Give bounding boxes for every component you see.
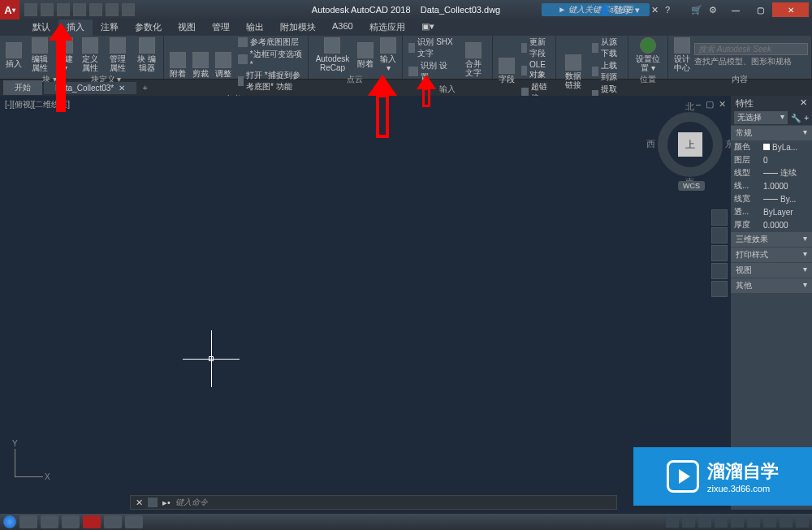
- viewcube[interactable]: 上 北 东 南 西: [658, 112, 723, 177]
- status-polar-icon[interactable]: [731, 516, 744, 528]
- field-button[interactable]: 字段: [496, 57, 517, 84]
- tab-annotate[interactable]: 注释: [93, 19, 127, 36]
- recognize-settings-button[interactable]: 识别 设置: [406, 60, 457, 83]
- seek-search[interactable]: [694, 43, 808, 55]
- tray-volume-icon[interactable]: [796, 516, 809, 528]
- drawing-viewport[interactable]: [-][俯视][二维线框] – ▢ ✕ 上 北 东 南 西 WCS Y X: [0, 96, 731, 510]
- tray-network-icon[interactable]: [780, 516, 793, 528]
- set-location-button[interactable]: 设置位置 ▾: [632, 37, 664, 73]
- file-tab-add[interactable]: +: [138, 83, 153, 93]
- snap-underlay-button[interactable]: 打开 *捕捉到参考底图* 功能: [235, 70, 304, 93]
- create-block-button[interactable]: 创建 ▾: [54, 37, 76, 73]
- prop-transparency[interactable]: 透...ByLayer: [731, 205, 812, 218]
- qat-new-icon[interactable]: [24, 3, 37, 16]
- prop-layer[interactable]: 图层0: [731, 153, 812, 166]
- pickadd-icon[interactable]: +: [804, 114, 809, 123]
- prop-thickness[interactable]: 厚度0.0000: [731, 218, 812, 231]
- cmd-customize-icon[interactable]: [148, 498, 158, 507]
- import-button[interactable]: 输入 ▾: [378, 37, 399, 73]
- ole-button[interactable]: OLE 对象: [519, 60, 552, 80]
- share-icon[interactable]: ⚙: [709, 5, 717, 15]
- qat-print-icon[interactable]: [89, 3, 102, 16]
- status-ortho-icon[interactable]: [715, 516, 728, 528]
- prop-ltscale[interactable]: 线...1.0000: [731, 179, 812, 192]
- vp-close-icon[interactable]: ✕: [719, 99, 726, 110]
- download-button[interactable]: 从源下载: [590, 37, 625, 59]
- update-field-button[interactable]: 更新字段: [519, 37, 552, 59]
- nav-pan-icon[interactable]: [711, 227, 728, 243]
- upload-button[interactable]: 上载到源: [590, 60, 625, 83]
- nav-zoom-icon[interactable]: [711, 245, 728, 261]
- qat-saveas-icon[interactable]: [73, 3, 86, 16]
- selection-dropdown[interactable]: 无选择▾: [734, 111, 788, 124]
- design-center-button[interactable]: 设计 中心: [672, 37, 693, 73]
- viewcube-north[interactable]: 北: [685, 101, 694, 113]
- tab-options-icon[interactable]: ▣▾: [413, 19, 443, 36]
- viewcube-face-top[interactable]: 上: [678, 132, 702, 157]
- define-attr-button[interactable]: 定义属性: [77, 37, 103, 73]
- tab-addins[interactable]: 附加模块: [272, 19, 324, 36]
- clip-button[interactable]: 剪裁: [190, 51, 211, 79]
- status-grid-icon[interactable]: [682, 516, 695, 528]
- taskbar-app1-icon[interactable]: [41, 515, 58, 528]
- adjust-button[interactable]: 调整: [213, 51, 234, 79]
- qat-save-icon[interactable]: [57, 3, 70, 16]
- qat-redo-icon[interactable]: [122, 3, 135, 16]
- prop-linetype[interactable]: 线型连续: [731, 166, 812, 179]
- login-button[interactable]: 👤 登录 ▾: [594, 4, 645, 16]
- vp-minimize-icon[interactable]: –: [696, 99, 701, 110]
- tab-default[interactable]: 默认: [24, 19, 58, 36]
- taskbar-autocad-icon[interactable]: [83, 515, 101, 528]
- close-button[interactable]: ✕: [772, 2, 809, 17]
- taskbar-wechat-icon[interactable]: [125, 515, 143, 528]
- tray-icon[interactable]: [763, 516, 776, 528]
- edit-attr-button[interactable]: 编辑 属性: [26, 37, 53, 73]
- vp-maximize-icon[interactable]: ▢: [706, 99, 714, 110]
- quickselect-icon[interactable]: 🔧: [791, 114, 801, 123]
- section-3deffect[interactable]: 三维效果▾: [731, 232, 812, 247]
- status-model-icon[interactable]: [666, 516, 679, 528]
- datalink-button[interactable]: 数据链接: [559, 54, 588, 90]
- manage-attr-button[interactable]: 管理 属性: [105, 37, 132, 73]
- exchange-icon[interactable]: ✕: [651, 5, 659, 15]
- properties-close-icon[interactable]: ✕: [800, 97, 807, 109]
- tab-insert[interactable]: 插入: [58, 19, 93, 36]
- qat-undo-icon[interactable]: [106, 3, 119, 16]
- tab-manage[interactable]: 管理: [204, 19, 238, 36]
- viewcube-west[interactable]: 西: [646, 138, 655, 150]
- tab-featured[interactable]: 精选应用: [361, 19, 413, 36]
- taskbar-app2-icon[interactable]: [62, 515, 80, 528]
- maximize-button[interactable]: ▢: [748, 2, 772, 17]
- taskbar-acrobat-icon[interactable]: [104, 515, 122, 528]
- merge-text-button[interactable]: 合并 文字: [459, 41, 489, 78]
- tab-a360[interactable]: A360: [324, 19, 361, 36]
- start-button[interactable]: [3, 515, 16, 528]
- section-view[interactable]: 视图▾: [731, 263, 812, 278]
- command-line[interactable]: ✕ ▸• 键入命令: [130, 495, 617, 510]
- viewport-label[interactable]: [-][俯视][二维线框]: [5, 99, 70, 110]
- app-logo[interactable]: A▾: [0, 0, 19, 19]
- nav-wheel-icon[interactable]: [711, 209, 728, 226]
- wcs-badge[interactable]: WCS: [678, 181, 705, 191]
- tab-parametric[interactable]: 参数化: [127, 19, 170, 36]
- cart-icon[interactable]: 🛒: [691, 5, 702, 15]
- recap-button[interactable]: Autodesk ReCap: [312, 37, 353, 73]
- block-editor-button[interactable]: 块 编辑器: [133, 37, 160, 73]
- qat-open-icon[interactable]: [41, 3, 54, 16]
- section-misc[interactable]: 其他▾: [731, 278, 812, 293]
- section-general[interactable]: 常规▾: [731, 126, 812, 140]
- nav-showmotion-icon[interactable]: [711, 281, 728, 297]
- taskbar-chrome-icon[interactable]: [19, 515, 37, 528]
- tab-view[interactable]: 视图: [170, 19, 204, 36]
- nav-orbit-icon[interactable]: [711, 263, 728, 279]
- properties-title[interactable]: 特性✕: [731, 96, 812, 110]
- section-plotstyle[interactable]: 打印样式▾: [731, 248, 812, 262]
- prop-lineweight[interactable]: 线宽By...: [731, 192, 812, 205]
- pc-attach-button[interactable]: 附着: [355, 41, 376, 69]
- underlay-layers-button[interactable]: 参考底图图层: [235, 37, 304, 48]
- attach-button[interactable]: 附着: [167, 51, 188, 79]
- file-tab-start[interactable]: 开始: [3, 80, 42, 95]
- frames-button[interactable]: *边框可变选项*: [235, 49, 304, 69]
- status-snap-icon[interactable]: [698, 516, 711, 528]
- help-icon[interactable]: ?: [665, 5, 670, 15]
